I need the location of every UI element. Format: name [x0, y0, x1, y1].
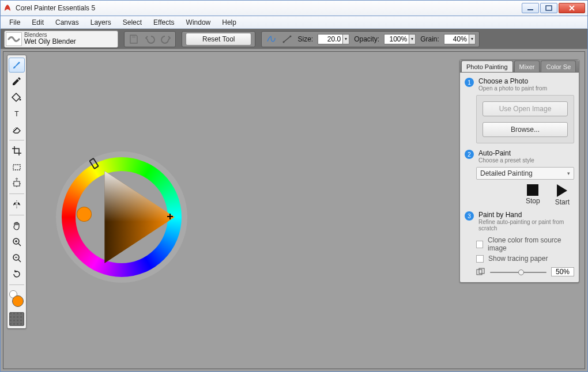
tracing-opacity-icon	[476, 268, 485, 276]
workspace: T Photo Painting Mixer	[0, 49, 588, 372]
opacity-input[interactable]	[384, 34, 409, 44]
tracing-opacity-slider[interactable]	[490, 269, 546, 275]
step-2-sub: Choose a preset style	[478, 157, 534, 164]
brush-selector[interactable]: Blenders Wet Oily Blender	[4, 31, 118, 48]
tab-mixer[interactable]: Mixer	[514, 60, 540, 72]
reset-tool-button[interactable]: Reset Tool	[186, 33, 251, 45]
paint-bucket-tool[interactable]	[9, 90, 25, 105]
svg-rect-7	[13, 165, 20, 170]
toolbox: T	[7, 55, 27, 329]
checkbox-icon	[476, 255, 484, 263]
magnifier-out-tool[interactable]	[9, 250, 25, 265]
size-label: Size:	[297, 35, 313, 43]
mirror-tool[interactable]	[9, 197, 25, 212]
checkbox-icon	[476, 241, 483, 248]
size-dropdown[interactable]	[342, 34, 349, 44]
menu-file[interactable]: File	[4, 17, 25, 28]
svg-point-3	[283, 41, 285, 43]
opacity-dropdown[interactable]	[409, 34, 416, 44]
close-button[interactable]	[559, 3, 585, 13]
step-1-sub: Open a photo to paint from	[478, 85, 547, 92]
svg-rect-8	[14, 181, 20, 186]
svg-point-4	[290, 35, 292, 37]
current-color-indicator	[77, 207, 92, 222]
dropper-tool[interactable]	[9, 74, 25, 89]
undo-icon	[144, 33, 156, 45]
sv-marker[interactable]	[167, 214, 173, 219]
browse-button[interactable]: Browse...	[483, 122, 568, 137]
tab-photo-painting[interactable]: Photo Painting	[461, 60, 513, 72]
magnifier-in-tool[interactable]	[9, 234, 25, 249]
svg-point-5	[20, 99, 21, 101]
toolbar: Blenders Wet Oily Blender Reset Tool Siz…	[0, 29, 588, 49]
freehand-stroke-icon[interactable]	[265, 33, 277, 45]
menu-window[interactable]: Window	[181, 17, 216, 28]
maximize-button[interactable]	[540, 3, 557, 13]
selection-tool[interactable]	[9, 160, 25, 174]
crop-tool[interactable]	[9, 143, 25, 158]
stop-icon	[527, 184, 538, 196]
titlebar: Corel Painter Essentials 5	[0, 0, 588, 16]
size-input[interactable]	[318, 34, 343, 44]
text-tool[interactable]: T	[9, 106, 25, 121]
separator	[9, 215, 24, 215]
tracing-paper-checkbox[interactable]: Show tracing paper	[476, 255, 574, 263]
brush-thumb-icon	[6, 32, 22, 46]
menu-select[interactable]: Select	[118, 17, 147, 28]
color-swatch[interactable]	[9, 290, 25, 309]
paper-swatch[interactable]	[9, 312, 24, 326]
menubar: File Edit Canvas Layers Select Effects W…	[0, 16, 588, 29]
svg-rect-1	[546, 6, 552, 10]
redo-icon	[160, 33, 172, 45]
eraser-tool[interactable]	[9, 122, 25, 137]
stop-button[interactable]: Stop	[526, 184, 540, 206]
step-2-title: Auto-Paint	[478, 149, 534, 157]
step-1-badge: 1	[465, 78, 474, 87]
start-button[interactable]: Start	[555, 184, 570, 206]
use-open-image-button[interactable]: Use Open Image	[483, 101, 568, 116]
step-2-badge: 2	[465, 150, 474, 159]
tab-color-set[interactable]: Color Se	[541, 60, 576, 72]
photo-painting-panel: Photo Painting Mixer Color Se 1 Choose a…	[459, 59, 579, 283]
panel-tabs: Photo Painting Mixer Color Se	[460, 60, 579, 73]
preset-value: Detailed Painting	[480, 169, 533, 177]
menu-canvas[interactable]: Canvas	[50, 17, 84, 28]
menu-help[interactable]: Help	[217, 17, 242, 28]
foreground-color-swatch[interactable]	[12, 295, 24, 307]
color-wheel[interactable]	[56, 151, 187, 283]
menu-edit[interactable]: Edit	[27, 17, 49, 28]
svg-rect-2	[132, 36, 135, 38]
step-3-sub: Refine auto-painting or paint from scrat…	[478, 219, 574, 231]
opacity-label: Opacity:	[354, 35, 379, 43]
stop-label: Stop	[526, 197, 540, 205]
step-3-title: Paint by Hand	[478, 211, 574, 219]
tracing-opacity-value[interactable]: 50%	[551, 267, 574, 276]
svg-rect-0	[527, 9, 533, 10]
rotate-tool[interactable]	[9, 267, 25, 282]
play-icon	[557, 184, 567, 197]
step-3-badge: 3	[465, 211, 474, 221]
separator	[9, 193, 24, 194]
grain-label: Grain:	[420, 35, 439, 43]
start-label: Start	[555, 198, 570, 206]
transform-tool[interactable]	[9, 176, 25, 191]
save-icon	[128, 33, 140, 45]
sv-triangle[interactable]	[82, 171, 175, 263]
separator	[9, 140, 24, 141]
app-icon	[3, 3, 12, 13]
preset-select[interactable]: Detailed Painting	[476, 167, 574, 180]
step-1-title: Choose a Photo	[478, 77, 547, 85]
grabber-tool[interactable]	[9, 218, 25, 233]
grain-dropdown[interactable]	[469, 34, 476, 44]
tracing-paper-label: Show tracing paper	[488, 255, 548, 263]
clone-color-label: Clone color from source image	[488, 236, 574, 252]
straight-stroke-icon[interactable]	[281, 33, 293, 45]
grain-input[interactable]	[444, 34, 469, 44]
svg-text:T: T	[14, 110, 19, 118]
app-title: Corel Painter Essentials 5	[16, 4, 522, 12]
clone-color-checkbox[interactable]: Clone color from source image	[476, 236, 574, 252]
brush-tool[interactable]	[9, 58, 25, 73]
menu-effects[interactable]: Effects	[148, 17, 179, 28]
menu-layers[interactable]: Layers	[85, 17, 116, 28]
minimize-button[interactable]	[522, 3, 539, 13]
